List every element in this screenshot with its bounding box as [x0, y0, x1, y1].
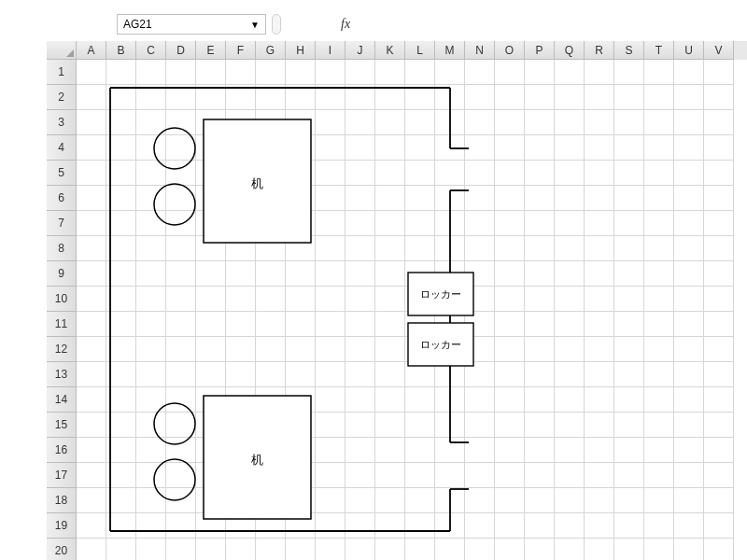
- cell[interactable]: [316, 261, 345, 287]
- cell[interactable]: [674, 287, 704, 312]
- cell[interactable]: [286, 85, 316, 110]
- cell[interactable]: [375, 135, 405, 161]
- cell[interactable]: [375, 413, 405, 438]
- cell[interactable]: [106, 261, 136, 287]
- cell[interactable]: [106, 110, 136, 135]
- cell[interactable]: [525, 60, 555, 85]
- cell[interactable]: [465, 362, 495, 387]
- cell[interactable]: [345, 161, 375, 186]
- cell[interactable]: [465, 211, 495, 236]
- cell[interactable]: [226, 463, 256, 488]
- cell[interactable]: [644, 488, 674, 513]
- row-header[interactable]: 3: [47, 110, 77, 135]
- cell[interactable]: [196, 211, 226, 236]
- cell[interactable]: [465, 261, 495, 287]
- cell[interactable]: [495, 312, 525, 337]
- column-header[interactable]: D: [166, 41, 196, 60]
- cell[interactable]: [644, 135, 674, 161]
- cell[interactable]: [674, 135, 704, 161]
- cell[interactable]: [585, 135, 614, 161]
- cell[interactable]: [495, 413, 525, 438]
- cell[interactable]: [196, 463, 226, 488]
- cell[interactable]: [525, 312, 555, 337]
- cell[interactable]: [704, 186, 734, 211]
- cell[interactable]: [405, 161, 435, 186]
- cell[interactable]: [435, 186, 465, 211]
- cell[interactable]: [256, 211, 286, 236]
- cell[interactable]: [106, 362, 136, 387]
- cell[interactable]: [106, 186, 136, 211]
- cell[interactable]: [226, 186, 256, 211]
- cell[interactable]: [77, 463, 106, 488]
- cell[interactable]: [674, 513, 704, 539]
- cell[interactable]: [316, 337, 345, 362]
- cell[interactable]: [525, 387, 555, 413]
- cell[interactable]: [644, 60, 674, 85]
- cell[interactable]: [345, 211, 375, 236]
- cell[interactable]: [435, 161, 465, 186]
- cell[interactable]: [375, 60, 405, 85]
- cell[interactable]: [435, 110, 465, 135]
- cell[interactable]: [136, 60, 166, 85]
- cell[interactable]: [435, 488, 465, 513]
- column-header[interactable]: L: [405, 41, 435, 60]
- cell[interactable]: [704, 438, 734, 463]
- cell[interactable]: [555, 186, 585, 211]
- column-header[interactable]: H: [286, 41, 316, 60]
- cell[interactable]: [77, 186, 106, 211]
- cell[interactable]: [345, 261, 375, 287]
- cell[interactable]: [166, 85, 196, 110]
- cell[interactable]: [555, 60, 585, 85]
- row-header[interactable]: 1: [47, 60, 77, 85]
- cell[interactable]: [495, 287, 525, 312]
- cell[interactable]: [704, 261, 734, 287]
- cell[interactable]: [136, 513, 166, 539]
- cell[interactable]: [495, 186, 525, 211]
- cell[interactable]: [704, 312, 734, 337]
- cell[interactable]: [286, 211, 316, 236]
- cell[interactable]: [286, 337, 316, 362]
- cell[interactable]: [226, 60, 256, 85]
- cell[interactable]: [674, 211, 704, 236]
- cell[interactable]: [555, 287, 585, 312]
- cell[interactable]: [375, 387, 405, 413]
- cell[interactable]: [345, 539, 375, 560]
- cell[interactable]: [674, 60, 704, 85]
- cell[interactable]: [136, 488, 166, 513]
- cell[interactable]: [495, 438, 525, 463]
- cell[interactable]: [77, 488, 106, 513]
- cell[interactable]: [77, 60, 106, 85]
- cell[interactable]: [614, 211, 644, 236]
- cell[interactable]: [345, 413, 375, 438]
- cell[interactable]: [375, 85, 405, 110]
- cell[interactable]: [166, 236, 196, 261]
- cell[interactable]: [136, 362, 166, 387]
- cell[interactable]: [166, 261, 196, 287]
- cell[interactable]: [136, 261, 166, 287]
- cell[interactable]: [465, 186, 495, 211]
- select-all-corner[interactable]: [47, 41, 77, 60]
- cell[interactable]: [345, 488, 375, 513]
- cell[interactable]: [614, 513, 644, 539]
- cell[interactable]: [226, 513, 256, 539]
- cell[interactable]: [77, 387, 106, 413]
- cell[interactable]: [405, 60, 435, 85]
- cell[interactable]: [345, 85, 375, 110]
- cell[interactable]: [405, 387, 435, 413]
- cell[interactable]: [405, 438, 435, 463]
- row-header[interactable]: 12: [47, 337, 77, 362]
- cell[interactable]: [405, 539, 435, 560]
- column-header[interactable]: J: [345, 41, 375, 60]
- cell[interactable]: [405, 463, 435, 488]
- cell[interactable]: [77, 261, 106, 287]
- cell[interactable]: [226, 161, 256, 186]
- cell[interactable]: [345, 60, 375, 85]
- cell[interactable]: [465, 513, 495, 539]
- column-header[interactable]: M: [435, 41, 465, 60]
- cell[interactable]: [405, 513, 435, 539]
- cell[interactable]: [435, 261, 465, 287]
- cell[interactable]: [555, 438, 585, 463]
- cell[interactable]: [555, 513, 585, 539]
- cell[interactable]: [495, 85, 525, 110]
- cell[interactable]: [644, 211, 674, 236]
